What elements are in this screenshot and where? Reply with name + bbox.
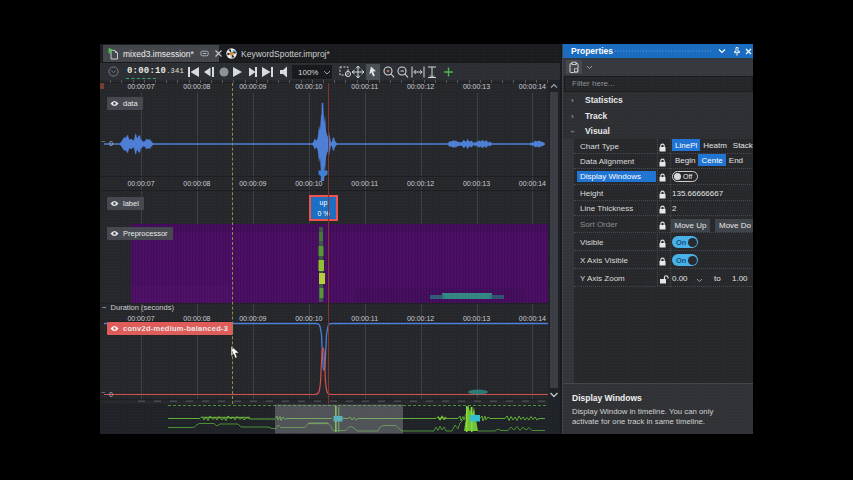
svg-text:100%: 100%: [298, 68, 318, 77]
